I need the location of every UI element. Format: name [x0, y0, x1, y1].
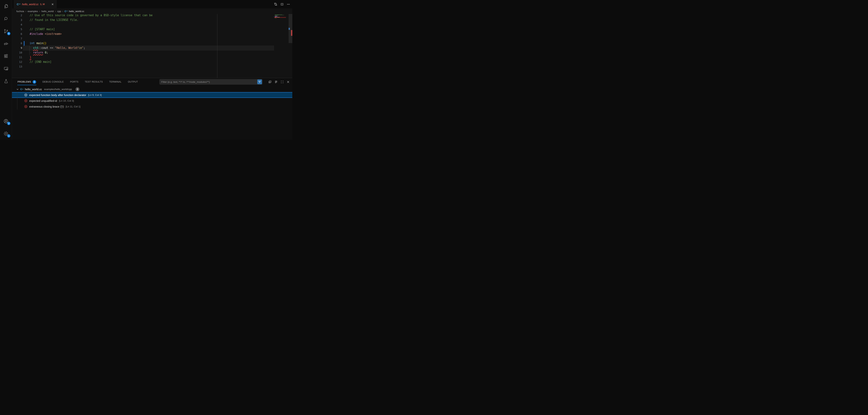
code-line[interactable]: 4 [12, 22, 288, 27]
panel-tab-problems[interactable]: PROBLEMS3 [18, 78, 36, 86]
token: " [82, 46, 84, 50]
panel-tab-ports[interactable]: PORTS [70, 78, 79, 86]
activity-item-source-control[interactable]: 5 [0, 25, 12, 37]
files-icon [4, 4, 8, 9]
code-line[interactable]: 3// found in the LICENSE file. [12, 18, 288, 22]
filter-icon[interactable] [257, 79, 262, 84]
problem-row[interactable]: expected function body after function de… [12, 92, 292, 98]
editor[interactable]: 2// Use of this source code is governed … [12, 14, 292, 78]
panel-tab-label: OUTPUT [128, 81, 138, 83]
problems-file-path: examples/hello_world/cpp [44, 88, 72, 91]
token: // Use of this source code is governed b… [30, 14, 153, 17]
panel-tab-test-results[interactable]: TEST RESULTS [85, 78, 103, 86]
chevron-down-icon[interactable] [16, 88, 19, 91]
accounts-badge: 2 [7, 122, 10, 125]
breadcrumb-item[interactable]: hello_world [41, 10, 54, 13]
activity-item-testing[interactable] [0, 75, 12, 88]
token [43, 32, 45, 36]
token: // [START main] [30, 28, 55, 31]
problem-message: expected function body after function de… [29, 94, 86, 97]
cpp-file-icon: C++ [17, 3, 21, 6]
code-line[interactable]: 10· return 0; [12, 50, 288, 55]
problem-row[interactable]: expected unqualified-id[Ln 10, Col 3] [12, 98, 292, 104]
problem-location: [Ln 9, Col 3] [88, 94, 102, 96]
token: // found in the LICENSE file. [30, 18, 79, 22]
editor-tab-hello-world[interactable]: C++ hello_world.cc 3, M [14, 0, 57, 8]
cpp-file-icon: C++ [64, 10, 68, 12]
problems-filter [159, 79, 262, 85]
problems-filter-input[interactable] [161, 81, 257, 83]
code-line[interactable]: 13 [12, 64, 288, 69]
more-actions-icon[interactable] [287, 3, 290, 6]
activity-item-remote-explorer[interactable] [0, 62, 12, 75]
code-text: // Use of this source code is governed b… [30, 14, 153, 18]
panel-tabs: PROBLEMS3DEBUG CONSOLEPORTSTEST RESULTST… [18, 78, 138, 86]
tab-problems-modified-badge: 3, M [40, 3, 45, 6]
code-text: } [30, 55, 31, 60]
tab-close-icon[interactable] [51, 3, 54, 6]
problem-location: [Ln 10, Col 3] [59, 99, 74, 102]
panel-tab-label: DEBUG CONSOLE [42, 81, 64, 83]
code-line[interactable]: 2// Use of this source code is governed … [12, 14, 288, 18]
breadcrumb-separator-icon: › [25, 10, 26, 13]
problems-file-group[interactable]: C++ hello_world.cc examples/hello_world/… [12, 86, 292, 92]
token: cout [41, 46, 48, 50]
panel-tab-label: PORTS [70, 81, 79, 83]
code-viewport: 2// Use of this source code is governed … [12, 14, 288, 78]
activity-item-explorer[interactable] [0, 0, 12, 12]
breadcrumb-item[interactable]: examples [28, 10, 38, 13]
token: #include [30, 32, 43, 36]
activity-item-run-and-debug[interactable] [0, 37, 12, 50]
breadcrumb-item[interactable]: fuchsia [17, 10, 24, 13]
panel-tab-label: PROBLEMS [18, 81, 31, 83]
close-panel-icon[interactable] [286, 81, 290, 84]
search-icon [4, 16, 8, 21]
token: · [30, 46, 33, 50]
problem-message: expected unqualified-id [29, 99, 57, 102]
code-line[interactable]: 5// [START main] [12, 27, 288, 32]
breadcrumb-item[interactable]: cpp [57, 10, 61, 13]
code-line[interactable]: 8int main() [12, 41, 288, 46]
breadcrumb-item[interactable]: hello_world.cc [69, 10, 84, 13]
token: 0 [45, 51, 46, 54]
activity-item-accounts[interactable]: 2 [0, 115, 12, 127]
code-line[interactable]: 11} [12, 55, 288, 60]
code-line[interactable]: 12// [END main] [12, 60, 288, 64]
tab-title: hello_world.cc [22, 3, 39, 6]
panel-tab-debug-console[interactable]: DEBUG CONSOLE [42, 78, 64, 86]
activity-bar-bottom: 21 [0, 115, 12, 140]
gutter-modified-indicator [24, 41, 25, 46]
open-changes-icon[interactable] [274, 2, 277, 6]
overview-modified-marker [288, 28, 290, 30]
panel-tab-label: TEST RESULTS [85, 81, 103, 83]
source-control-badge: 5 [7, 32, 10, 35]
panel-tab-terminal[interactable]: TERMINAL [109, 78, 122, 86]
token: // [END main] [30, 60, 52, 64]
collapse-all-icon[interactable] [268, 80, 272, 84]
editor-scrollbar[interactable] [288, 14, 292, 78]
code-line[interactable]: 9· std::cout << "Hello, World!\n"; [12, 46, 288, 50]
code-line[interactable]: 7 [12, 36, 288, 41]
problems-list: C++ hello_world.cc examples/hello_world/… [12, 86, 292, 109]
problem-row[interactable]: extraneous closing brace ('}')[Ln 11, Co… [12, 104, 292, 109]
line-number: 7 [12, 36, 22, 41]
code-text: // [END main] [30, 60, 52, 64]
debug-icon [4, 41, 8, 46]
activity-item-settings[interactable]: 1 [0, 127, 12, 140]
maximize-panel-icon[interactable] [281, 81, 284, 84]
minimap[interactable] [274, 14, 287, 19]
code-text: int main() [30, 41, 46, 46]
activity-item-extensions[interactable] [0, 50, 12, 62]
panel-tab-output[interactable]: OUTPUT [128, 78, 138, 86]
code-line[interactable]: 6#include <iostream> [12, 32, 288, 36]
line-number: 5 [12, 27, 22, 32]
activity-item-search[interactable] [0, 12, 12, 25]
breadcrumb: fuchsia›examples›hello_world›cpp›C++hell… [12, 8, 292, 14]
line-number: 4 [12, 22, 22, 27]
error-icon [24, 99, 27, 102]
problem-location: [Ln 11, Col 1] [66, 105, 80, 108]
panel-tab-label: TERMINAL [109, 81, 122, 83]
line-number: 12 [12, 60, 22, 64]
split-editor-icon[interactable] [280, 3, 284, 6]
view-as-table-icon[interactable] [274, 80, 278, 84]
